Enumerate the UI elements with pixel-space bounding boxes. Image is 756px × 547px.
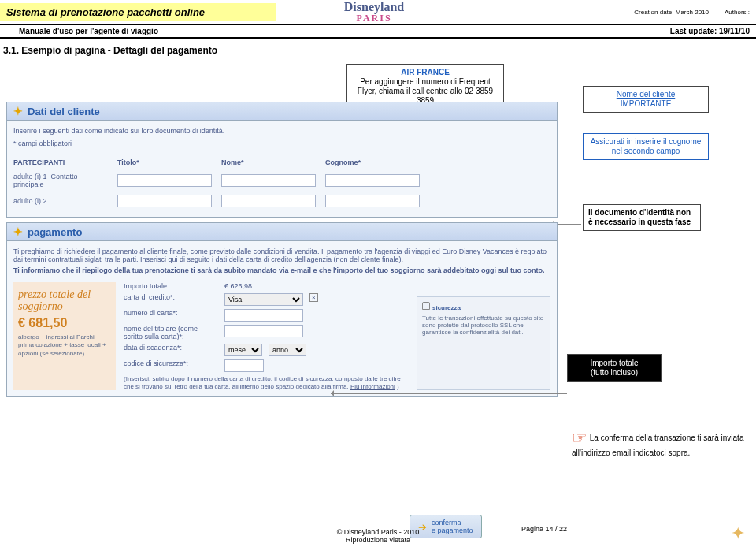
title-input-2[interactable] <box>117 195 212 207</box>
cvv-help: (Inserisci, subito dopo il numero della … <box>124 375 409 390</box>
col-name: Nome* <box>221 158 316 166</box>
copyright: © Disneyland Paris - 2010 <box>0 528 756 536</box>
client-name-sub: IMPORTANTE <box>588 99 703 109</box>
title-input-1[interactable] <box>117 174 212 187</box>
payment-panel-title: pagamento <box>28 226 82 238</box>
price-value: € 681,50 <box>18 316 111 330</box>
participant-row: adulto (i) 2 <box>13 192 550 210</box>
payment-intro-bold: Ti informiamo che il riepilogo della tua… <box>13 266 550 274</box>
exp-year-select[interactable]: anno <box>269 344 306 356</box>
creation-label: Creation date: <box>634 9 673 16</box>
expand-icon: ✦ <box>13 105 23 117</box>
label-holder: nome del titolare (come scritto sulla ca… <box>124 325 218 340</box>
participant-row: adulto (i) 1 Contatto principale <box>13 169 550 192</box>
row1-label: adulto (i) 1 <box>13 173 47 180</box>
holder-input[interactable] <box>224 325 303 337</box>
logo-sub: PARIS <box>276 13 472 24</box>
required-note: * campi obbligatori <box>13 140 550 147</box>
total-line1: Importo totale <box>572 359 657 368</box>
payment-intro: Ti preghiamo di richiedere il pagamento … <box>13 247 550 263</box>
col-participants: PARTECIPANTI <box>13 158 108 166</box>
payment-form: Importo totale:€ 626,98 carta di credito… <box>124 282 409 390</box>
authors-label: Authors : <box>724 9 750 16</box>
airfrance-title: AIR FRANCE <box>352 68 498 77</box>
callout-surname: Assicurati in inserire il cognome nel se… <box>583 133 709 160</box>
total-line2: (tutto incluso) <box>572 368 657 378</box>
callout-document: Il documento d'identità non è necessario… <box>583 204 701 231</box>
reproduction: Riproduzione vietata <box>0 536 756 544</box>
card-select[interactable]: Visa <box>224 293 303 306</box>
val-importo: € 626,98 <box>224 282 311 290</box>
client-name-title: Nome del cliente <box>588 90 703 99</box>
price-detail: albergo + ingressi ai Parchi + prima col… <box>18 333 111 358</box>
callout-confirmation: ☞ La conferma della transazione ti sarà … <box>567 425 750 461</box>
client-panel-body: Inserire i seguenti dati come indicato s… <box>6 121 558 218</box>
page-header: Sistema di prenotazione pacchetti online… <box>0 0 756 39</box>
client-panel-header: ✦ Dati del cliente <box>6 102 558 121</box>
label-cvv: codice di sicurezza*: <box>124 359 218 367</box>
header-meta: Creation date: March 2010 Authors : <box>472 7 756 17</box>
col-surname: Cognome* <box>325 158 420 166</box>
hand-icon: ☞ <box>572 428 587 448</box>
brand-logo: Disneyland PARIS <box>276 0 472 24</box>
client-intro: Inserire i seguenti dati come indicato s… <box>13 127 550 135</box>
doc-subtitle: Manuale d'uso per l'agente di viaggio <box>0 25 472 37</box>
security-title: sicurezza <box>432 304 461 311</box>
name-input-1[interactable] <box>221 174 316 187</box>
star-icon: ✦ <box>731 523 745 544</box>
page-number: Pagina 14 / 22 <box>521 525 567 533</box>
surname-input-1[interactable] <box>325 174 420 187</box>
label-cardnum: numero di carta*: <box>124 309 218 317</box>
callout-total: Importo totale (tutto incluso) <box>567 354 662 382</box>
expand-icon: ✦ <box>13 225 23 238</box>
last-update: Last update: 19/11/10 <box>472 25 756 37</box>
exp-month-select[interactable]: mese <box>224 344 262 356</box>
label-importo: Importo totale: <box>124 282 218 290</box>
callout-client-name: Nome del cliente IMPORTANTE <box>583 86 709 113</box>
cardnum-input[interactable] <box>224 309 303 322</box>
lock-icon <box>422 302 430 310</box>
label-card: carta di credito*: <box>124 293 218 301</box>
label-expiry: data di scadenza*: <box>124 344 218 352</box>
more-info-link[interactable]: Più informazioni <box>350 383 395 390</box>
page-footer: © Disneyland Paris - 2010 Riproduzione v… <box>0 528 756 544</box>
booking-screenshot: ✦ Dati del cliente Inserire i seguenti d… <box>6 102 558 397</box>
section-title: 3.1. Esempio di pagina - Dettagli del pa… <box>3 45 753 56</box>
security-box: sicurezza Tutte le transazioni effettuat… <box>417 296 550 390</box>
close-icon[interactable]: × <box>309 293 318 302</box>
col-title: Titolo* <box>117 158 212 166</box>
doc-title: Sistema di prenotazione pacchetti online <box>0 3 276 21</box>
name-input-2[interactable] <box>221 195 316 207</box>
price-box: prezzo totale del soggiorno € 681,50 alb… <box>13 282 116 390</box>
cvv-input[interactable] <box>224 359 264 372</box>
price-big: prezzo totale del soggiorno <box>18 288 111 313</box>
logo-main: Disneyland <box>344 0 404 13</box>
security-body: Tutte le transazioni effettuate su quest… <box>422 314 545 336</box>
payment-panel-body: Ti preghiamo di richiedere il pagamento … <box>6 241 558 397</box>
creation-value: March 2010 <box>676 9 709 16</box>
payment-panel-header: ✦ pagamento <box>6 222 558 241</box>
row2-label: adulto (i) 2 <box>13 197 108 205</box>
client-panel-title: Dati del cliente <box>28 106 100 117</box>
surname-input-2[interactable] <box>325 195 420 207</box>
confirmation-text: La conferma della transazione ti sarà in… <box>572 434 743 458</box>
